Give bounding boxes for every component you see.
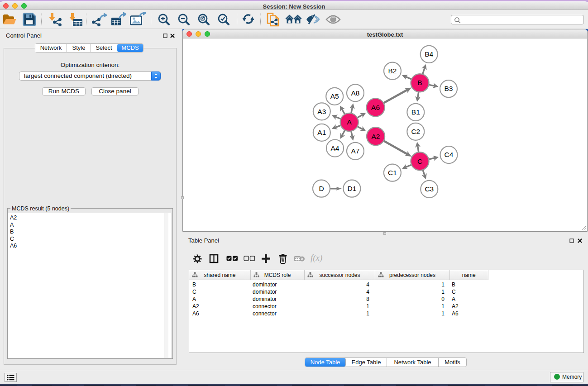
svg-text:A2: A2	[372, 133, 380, 140]
svg-text:A4: A4	[331, 144, 339, 152]
svg-text:C3: C3	[425, 185, 434, 193]
svg-text:C: C	[417, 157, 422, 165]
svg-text:C2: C2	[411, 128, 420, 135]
svg-text:D: D	[319, 185, 324, 192]
svg-text:A: A	[347, 118, 352, 126]
svg-text:D1: D1	[347, 185, 356, 192]
svg-text:A1: A1	[317, 129, 326, 136]
svg-text:C4: C4	[445, 151, 454, 158]
svg-text:A5: A5	[330, 92, 339, 100]
svg-text:A8: A8	[351, 89, 360, 97]
svg-text:A3: A3	[317, 108, 326, 115]
svg-text:B2: B2	[388, 67, 397, 75]
svg-text:C1: C1	[388, 169, 397, 176]
svg-text:B4: B4	[425, 50, 433, 58]
svg-text:B1: B1	[411, 108, 420, 116]
svg-text:B: B	[417, 79, 422, 86]
svg-text:A7: A7	[351, 147, 360, 155]
svg-text:A6: A6	[371, 104, 380, 111]
svg-text:B3: B3	[445, 85, 453, 92]
